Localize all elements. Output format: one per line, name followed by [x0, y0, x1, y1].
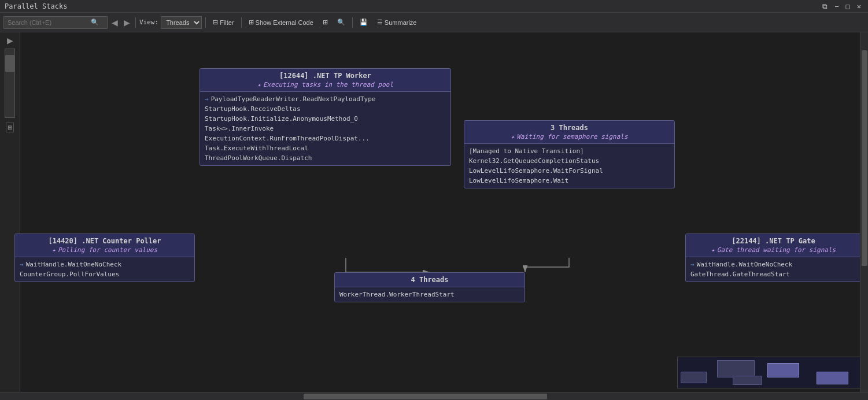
table-row[interactable]: Kernel32.GetQueuedCompletionStatus — [464, 156, 674, 166]
search-box[interactable]: 🔍 — [3, 16, 108, 29]
table-row[interactable]: Task.ExecuteWithThreadLocal — [200, 143, 450, 153]
workerthread-node-body: WorkerThread.WorkerThreadStart — [335, 287, 525, 302]
external-code-icon: ⊞ — [249, 18, 254, 26]
semaphore-node-title: 3 Threads — [469, 124, 670, 132]
worker-node: [12644] .NET TP Worker ✦ Executing tasks… — [200, 68, 451, 166]
separator — [135, 17, 136, 28]
current-frame-icon: ⇒ — [205, 95, 209, 103]
save-icon: 💾 — [360, 18, 368, 26]
worker-node-title: [12644] .NET TP Worker — [205, 72, 446, 80]
gate-node-title: [22144] .NET TP Gate — [690, 237, 856, 245]
workerthread-node: 4 Threads WorkerThread.WorkerThreadStart — [334, 272, 525, 302]
title-bar-controls: ⧉ − □ ✕ — [820, 2, 863, 10]
separator2 — [205, 17, 206, 28]
filter-button[interactable]: ⊟ Filter — [209, 16, 237, 29]
filter-icon: ⊟ — [213, 18, 218, 26]
table-row[interactable]: StartupHook.ReceiveDeltas — [200, 104, 450, 114]
title-bar: Parallel Stacks ⧉ − □ ✕ — [0, 0, 868, 13]
back-button[interactable]: ◀ — [110, 18, 120, 27]
horizontal-scrollbar[interactable] — [0, 392, 868, 400]
view-select[interactable]: Threads Tasks — [161, 16, 202, 29]
worker-node-subtitle: ✦ Executing tasks in the thread pool — [205, 81, 446, 88]
summarize-button[interactable]: ☰ Summarize — [374, 16, 420, 29]
search-input[interactable] — [8, 19, 88, 26]
semaphore-node-subtitle: ✦ Waiting for semaphore signals — [469, 133, 670, 140]
minimap-node-worker — [717, 360, 755, 377]
table-row[interactable]: ⇒ PayloadTypeReaderWriter.ReadNextPayloa… — [200, 94, 450, 104]
table-row[interactable]: ExecutionContext.RunFromThreadPoolDispat… — [200, 134, 450, 143]
counter-node-body: ⇒ WaitHandle.WaitOneNoCheck CounterGroup… — [15, 257, 194, 282]
view-label: View: — [139, 18, 158, 26]
v-scroll-thumb[interactable] — [862, 50, 867, 266]
table-row[interactable]: StartupHook.Initialize.AnonymousMethod_0 — [200, 114, 450, 124]
minimap-node-counter — [681, 372, 707, 383]
table-row[interactable]: CounterGroup.PollForValues — [15, 269, 194, 279]
minimap[interactable] — [677, 357, 862, 388]
h-scroll-thumb[interactable] — [304, 394, 546, 399]
zoom-icon: 🔍 — [337, 18, 345, 26]
table-row[interactable]: LowLevelLifoSemaphore.Wait — [464, 176, 674, 186]
counter-node: [14420] .NET Counter Poller ✦ Polling fo… — [14, 234, 195, 282]
table-row[interactable]: Task<>.InnerInvoke — [200, 124, 450, 134]
gate-node-subtitle: ✦ Gate thread waiting for signals — [690, 246, 856, 254]
worker-node-header: [12644] .NET TP Worker ✦ Executing tasks… — [200, 69, 450, 92]
separator4 — [352, 17, 353, 28]
semaphore-node: 3 Threads ✦ Waiting for semaphore signal… — [464, 120, 675, 188]
view-icon-btn1[interactable]: ⊞ — [319, 16, 331, 29]
window-title: Parallel Stacks — [5, 2, 67, 10]
zoom-fit-btn[interactable]: ⊞ — [6, 123, 14, 132]
grid-icon: ⊞ — [323, 18, 328, 26]
current-frame-icon3: ⇒ — [690, 261, 695, 268]
semaphore-node-header: 3 Threads ✦ Waiting for semaphore signal… — [464, 121, 674, 144]
min-button[interactable]: − — [832, 2, 841, 10]
forward-button[interactable]: ▶ — [122, 18, 132, 27]
sparkle-icon4: ✦ — [711, 247, 715, 253]
counter-node-subtitle: ✦ Polling for counter values — [20, 246, 190, 254]
counter-node-header: [14420] .NET Counter Poller ✦ Polling fo… — [15, 234, 194, 257]
view-icon-btn2[interactable]: 🔍 — [334, 16, 349, 29]
counter-node-title: [14420] .NET Counter Poller — [20, 237, 190, 245]
current-frame-icon2: ⇒ — [20, 261, 24, 268]
semaphore-node-body: [Managed to Native Transition] Kernel32.… — [464, 144, 674, 188]
minimap-node-gate — [817, 372, 848, 384]
vertical-scrollbar[interactable] — [860, 32, 868, 392]
worker-node-body: ⇒ PayloadTypeReaderWriter.ReadNextPayloa… — [200, 92, 450, 165]
table-row[interactable]: ⇒ WaitHandle.WaitOneNoCheck — [15, 260, 194, 269]
left-nav-up[interactable]: ▶ — [6, 35, 14, 46]
show-external-toggle[interactable]: ⊞ Show External Code — [245, 16, 317, 29]
table-row[interactable]: LowLevelLifoSemaphore.WaitForSignal — [464, 166, 674, 176]
main-canvas: ▶ ⊞ [12644] .NET TP Worker ✦ Executing t… — [0, 32, 868, 400]
minimap-inner — [678, 357, 862, 388]
gate-node: [22144] .NET TP Gate ✦ Gate thread waiti… — [685, 234, 862, 282]
search-icon: 🔍 — [91, 18, 99, 26]
sparkle-icon: ✦ — [257, 82, 261, 88]
minimap-node-semaphore — [767, 363, 799, 377]
minimap-node-workerthread — [733, 376, 762, 385]
toolbar: 🔍 ◀ ▶ View: Threads Tasks ⊟ Filter ⊞ Sho… — [0, 13, 868, 32]
table-row[interactable]: ⇒ WaitHandle.WaitOneNoCheck — [686, 260, 861, 269]
table-row[interactable]: ThreadPoolWorkQueue.Dispatch — [200, 153, 450, 163]
sparkle-icon2: ✦ — [511, 134, 514, 140]
max-button[interactable]: □ — [844, 2, 852, 10]
sparkle-icon3: ✦ — [52, 247, 56, 253]
table-row[interactable]: GateThread.GateThreadStart — [686, 269, 861, 279]
separator3 — [241, 17, 242, 28]
workerthread-node-title: 4 Threads — [339, 276, 520, 284]
left-panel: ▶ ⊞ — [0, 32, 20, 392]
gate-node-header: [22144] .NET TP Gate ✦ Gate thread waiti… — [686, 234, 861, 257]
dock-button[interactable]: ⧉ — [820, 2, 830, 10]
summarize-icon: ☰ — [377, 18, 383, 26]
table-row[interactable]: WorkerThread.WorkerThreadStart — [335, 290, 525, 299]
gate-node-body: ⇒ WaitHandle.WaitOneNoCheck GateThread.G… — [686, 257, 861, 282]
save-button[interactable]: 💾 — [356, 16, 371, 29]
table-row[interactable]: [Managed to Native Transition] — [464, 146, 674, 156]
close-button[interactable]: ✕ — [855, 2, 863, 10]
workerthread-node-header: 4 Threads — [335, 273, 525, 287]
